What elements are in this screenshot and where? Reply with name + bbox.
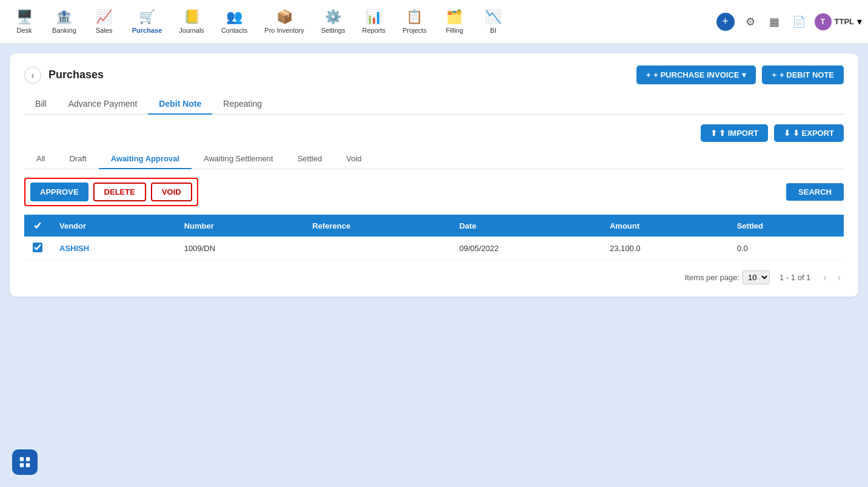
nav-item-pro-inventory[interactable]: 📦 Pro Inventory — [257, 5, 311, 38]
items-per-page-select[interactable]: 10 25 50 — [743, 270, 770, 284]
nav-item-journals[interactable]: 📒 Journals — [172, 5, 212, 38]
gear-icon[interactable]: ⚙ — [742, 13, 759, 30]
nav-item-sales[interactable]: 📈 Sales — [86, 5, 122, 38]
table-header: Vendor Number Reference Date Amount — [24, 215, 844, 237]
export-button[interactable]: ⬇ ⬇ EXPORT — [774, 124, 844, 142]
filling-icon: 🗂️ — [446, 9, 462, 25]
chevron-down-icon: ▾ — [857, 16, 862, 27]
filter-tab-void[interactable]: Void — [334, 149, 373, 169]
filter-tab-awaiting-approval[interactable]: Awaiting Approval — [99, 149, 192, 169]
table-row: ASHISH 1009/DN 09/05/2022 23,100.0 0.0 — [24, 237, 844, 261]
row-number: 1009/DN — [176, 237, 304, 261]
items-per-page-label: Items per page: 10 25 50 — [685, 270, 770, 284]
approve-button[interactable]: APPROVE — [30, 183, 88, 201]
dropdown-arrow-icon: ▾ — [742, 70, 746, 79]
document-icon[interactable]: 📄 — [790, 13, 807, 30]
action-btns-group: APPROVE DELETE VOID — [24, 178, 198, 206]
tab-bill[interactable]: Bill — [24, 94, 58, 115]
nav-label-projects: Projects — [402, 27, 427, 34]
pagination-row: Items per page: 10 25 50 1 - 1 of 1 ‹ › — [24, 270, 844, 284]
action-btns-row: APPROVE DELETE VOID SEARCH — [24, 178, 844, 206]
nav-label-reports: Reports — [362, 27, 386, 34]
back-button[interactable]: ‹ — [24, 67, 41, 84]
action-bar: ⬆ ⬆ IMPORT ⬇ ⬇ EXPORT — [24, 124, 844, 142]
prev-page-button[interactable]: ‹ — [820, 271, 829, 284]
svg-rect-2 — [20, 463, 24, 467]
svg-rect-3 — [26, 463, 30, 467]
nav-label-filling: Filling — [446, 27, 463, 34]
nav-item-projects[interactable]: 📋 Projects — [395, 5, 434, 38]
th-date: Date — [451, 215, 601, 237]
row-checkbox[interactable] — [33, 243, 42, 252]
tab-advance-payment[interactable]: Advance Payment — [58, 94, 149, 115]
filter-tab-all[interactable]: All — [24, 149, 57, 169]
plus-icon: + — [646, 70, 651, 79]
tab-repeating[interactable]: Repeating — [212, 94, 273, 115]
desk-icon: 🖥️ — [16, 9, 33, 25]
bi-icon: 📉 — [485, 9, 501, 25]
company-badge[interactable]: T TTPL ▾ — [815, 13, 863, 30]
purchases-card: ‹ Purchases + + PURCHASE INVOICE ▾ + + D… — [10, 53, 858, 297]
import-button[interactable]: ⬆ ⬆ IMPORT — [701, 124, 769, 142]
sales-icon: 📈 — [96, 9, 112, 25]
filter-tab-draft[interactable]: Draft — [57, 149, 98, 169]
pro-inventory-icon: 📦 — [276, 9, 293, 25]
th-number: Number — [176, 215, 304, 237]
nav-label-pro-inventory: Pro Inventory — [264, 27, 304, 34]
export-icon: ⬇ — [784, 129, 790, 138]
nav-label-sales: Sales — [96, 27, 113, 34]
top-navigation: 🖥️ Desk 🏦 Banking 📈 Sales 🛒 Purchase 📒 J… — [0, 0, 868, 44]
nav-item-contacts[interactable]: 👥 Contacts — [214, 5, 255, 38]
purchase-invoice-button[interactable]: + + PURCHASE INVOICE ▾ — [636, 65, 756, 84]
contacts-icon: 👥 — [226, 9, 242, 25]
nav-item-purchase[interactable]: 🛒 Purchase — [125, 5, 170, 38]
page-title: Purchases — [48, 69, 104, 81]
debit-note-button[interactable]: + + DEBIT NOTE — [762, 65, 844, 84]
nav-label-journals: Journals — [179, 27, 204, 34]
nav-label-desk: Desk — [16, 27, 32, 34]
search-button[interactable]: SEARCH — [786, 183, 844, 201]
nav-item-reports[interactable]: 📊 Reports — [355, 5, 393, 38]
plus-icon2: + — [772, 70, 776, 79]
th-checkbox — [24, 215, 51, 237]
grid-icon[interactable]: ▦ — [766, 13, 783, 30]
nav-items: 🖥️ Desk 🏦 Banking 📈 Sales 🛒 Purchase 📒 J… — [6, 5, 716, 38]
void-button[interactable]: VOID — [151, 183, 192, 201]
filter-tab-settled[interactable]: Settled — [285, 149, 334, 169]
page-info: 1 - 1 of 1 — [780, 273, 810, 282]
topnav-right: + ⚙ ▦ 📄 T TTPL ▾ — [716, 13, 863, 31]
tab-debit-note[interactable]: Debit Note — [148, 94, 212, 115]
nav-item-settings[interactable]: ⚙️ Settings — [314, 5, 353, 38]
grid-widget-icon — [18, 455, 32, 469]
nav-item-banking[interactable]: 🏦 Banking — [45, 5, 84, 38]
select-all-checkbox[interactable] — [33, 221, 42, 230]
card-header-left: ‹ Purchases — [24, 67, 104, 84]
nav-item-desk[interactable]: 🖥️ Desk — [6, 5, 42, 38]
card-header: ‹ Purchases + + PURCHASE INVOICE ▾ + + D… — [24, 65, 844, 84]
data-table: Vendor Number Reference Date Amount — [24, 215, 844, 261]
bottom-widget[interactable] — [12, 449, 38, 475]
filter-tabs: All Draft Awaiting Approval Awaiting Set… — [24, 149, 844, 169]
company-avatar: T — [815, 13, 832, 30]
company-name: TTPL — [835, 17, 855, 26]
next-page-button[interactable]: › — [835, 271, 844, 284]
nav-item-bi[interactable]: 📉 BI — [475, 5, 512, 38]
vendor-link[interactable]: ASHISH — [59, 244, 89, 253]
svg-rect-1 — [26, 457, 30, 461]
table-body: ASHISH 1009/DN 09/05/2022 23,100.0 0.0 — [24, 237, 844, 261]
row-vendor: ASHISH — [51, 237, 176, 261]
filter-tab-awaiting-settlement[interactable]: Awaiting Settlement — [192, 149, 285, 169]
nav-item-filling[interactable]: 🗂️ Filling — [436, 5, 473, 38]
svg-rect-0 — [20, 457, 24, 461]
th-reference: Reference — [304, 215, 450, 237]
card-header-right: + + PURCHASE INVOICE ▾ + + DEBIT NOTE — [636, 65, 844, 84]
purchase-icon: 🛒 — [139, 9, 155, 25]
projects-icon: 📋 — [406, 9, 422, 25]
banking-icon: 🏦 — [56, 9, 72, 25]
nav-label-banking: Banking — [52, 27, 76, 34]
delete-button[interactable]: DELETE — [93, 183, 146, 201]
settings-icon: ⚙️ — [325, 9, 341, 25]
add-button[interactable]: + — [716, 13, 735, 31]
th-settled: Settled — [729, 215, 844, 237]
reports-icon: 📊 — [366, 9, 382, 25]
